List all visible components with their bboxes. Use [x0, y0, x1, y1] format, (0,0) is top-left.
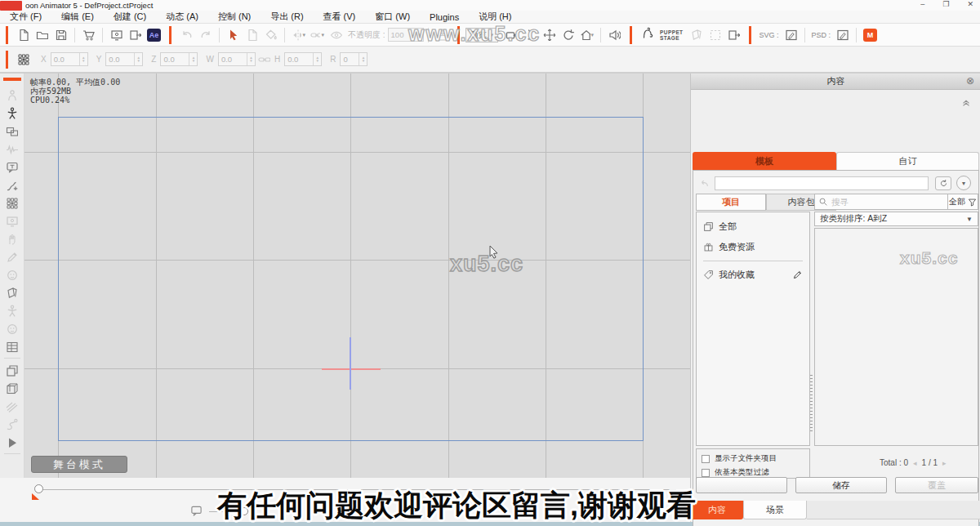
- menu-view[interactable]: 查看 (V): [314, 11, 366, 23]
- preview-render-icon[interactable]: [109, 28, 123, 42]
- filter-all-button[interactable]: 全部: [948, 194, 978, 210]
- scrubber-handle[interactable]: [34, 484, 43, 493]
- motion-live-badge[interactable]: M: [863, 29, 877, 42]
- menu-create[interactable]: 创建 (C): [104, 11, 156, 23]
- obscured-button[interactable]: [696, 477, 787, 493]
- x-field[interactable]: 0.0▲▼: [51, 52, 88, 66]
- menu-export[interactable]: 导出 (R): [261, 11, 313, 23]
- grid-3d-icon[interactable]: [4, 379, 20, 397]
- scene-panel-icon[interactable]: [4, 194, 20, 212]
- bottom-tab-scene[interactable]: 场景: [743, 501, 807, 519]
- prev-page-icon[interactable]: ◂: [913, 459, 917, 467]
- category-favorites[interactable]: 我的收藏: [697, 265, 809, 285]
- panel-header[interactable]: 内容 ⊗: [691, 74, 980, 90]
- ghost-pages-icon[interactable]: [689, 28, 703, 42]
- refresh-button[interactable]: [935, 176, 951, 190]
- puppet-stage-button[interactable]: PUPPETSTAGE: [641, 27, 683, 42]
- minimize-button[interactable]: –: [920, 0, 924, 8]
- spring-actor-icon[interactable]: [4, 301, 20, 319]
- checkbox-square[interactable]: [702, 469, 710, 477]
- export-icon[interactable]: [128, 28, 142, 42]
- checkbox-square[interactable]: [702, 455, 710, 463]
- after-effects-badge[interactable]: Ae: [147, 29, 161, 42]
- menu-animation[interactable]: 动态 (A): [156, 11, 208, 23]
- panel-splitter[interactable]: [810, 375, 813, 432]
- layers-icon[interactable]: [4, 361, 20, 379]
- comment-bubble-icon[interactable]: [190, 505, 203, 517]
- svg-edit-icon[interactable]: [784, 28, 798, 42]
- speaker-icon[interactable]: [608, 28, 621, 42]
- bottom-tab-content[interactable]: 内容: [691, 501, 743, 519]
- content-list-area[interactable]: xu5.cc: [814, 228, 978, 446]
- search-box[interactable]: [814, 194, 948, 210]
- hatch-icon[interactable]: [4, 397, 20, 415]
- show-subfolder-checkbox[interactable]: 显示子文件夹项目: [697, 452, 809, 466]
- prop-frames-icon[interactable]: [4, 122, 20, 140]
- play-cursor-icon[interactable]: [4, 433, 20, 451]
- face-key-icon[interactable]: [4, 319, 20, 337]
- marquee-select-icon[interactable]: [708, 28, 722, 42]
- close-button[interactable]: ✕: [967, 0, 973, 8]
- subtab-project[interactable]: 项目: [696, 194, 766, 211]
- expand-dropdown-button[interactable]: ▾: [956, 176, 971, 190]
- z-field[interactable]: 0.0▲▼: [160, 52, 198, 66]
- face-puppet-icon[interactable]: [4, 265, 20, 283]
- motion-path-icon[interactable]: [4, 176, 20, 194]
- pointer-gesture-icon[interactable]: [4, 247, 20, 265]
- r-field[interactable]: 0▲▼: [340, 52, 368, 66]
- grid-table-icon[interactable]: [4, 337, 20, 355]
- w-field[interactable]: 0.0▲▼: [218, 52, 256, 66]
- content-store-icon[interactable]: [82, 28, 96, 42]
- pages-icon[interactable]: [4, 283, 20, 301]
- undo-icon[interactable]: [180, 28, 194, 42]
- page-icon[interactable]: [245, 28, 259, 42]
- grid-snap-icon[interactable]: [16, 52, 30, 66]
- pan-move-icon[interactable]: [542, 28, 556, 42]
- paint-bucket-icon[interactable]: [264, 28, 278, 42]
- menu-plugins[interactable]: Plugins: [420, 12, 469, 22]
- maximize-button[interactable]: ❐: [942, 0, 949, 8]
- frame-export-icon[interactable]: [727, 28, 741, 42]
- path-input[interactable]: [715, 176, 929, 190]
- menu-window[interactable]: 窗口 (W): [365, 11, 420, 23]
- sort-dropdown[interactable]: 按类别排序: A到Z▼: [814, 212, 978, 226]
- tab-custom[interactable]: 自订: [836, 152, 979, 170]
- redo-icon[interactable]: [198, 28, 212, 42]
- save-project-icon[interactable]: [54, 28, 68, 42]
- rotate-view-icon[interactable]: [561, 28, 575, 42]
- flip-icon[interactable]: ▾: [292, 28, 305, 42]
- new-project-icon[interactable]: [16, 28, 30, 42]
- h-field[interactable]: 0.0▲▼: [284, 52, 322, 66]
- search-input[interactable]: [831, 197, 925, 207]
- visibility-icon[interactable]: [329, 28, 343, 42]
- category-all[interactable]: 全部: [697, 216, 809, 237]
- open-project-icon[interactable]: [35, 28, 49, 42]
- stage-canvas[interactable]: 帧率0.00, 平均值0.00 内存592MB CPU0.24% xu5.cc …: [24, 74, 690, 478]
- category-free-resources[interactable]: 免费资源: [697, 237, 809, 257]
- edit-pencil-icon[interactable]: [792, 270, 803, 280]
- y-field[interactable]: 0.0▲▼: [105, 52, 143, 66]
- audio-wave-icon[interactable]: [4, 140, 20, 158]
- menu-help[interactable]: 说明 (H): [469, 11, 521, 23]
- back-arrow-icon[interactable]: [698, 178, 710, 189]
- save-button[interactable]: 储存: [795, 477, 887, 493]
- menu-file[interactable]: 文件 (F): [0, 11, 51, 23]
- text-bubble-icon[interactable]: [4, 158, 20, 176]
- overwrite-button[interactable]: 覆盖: [895, 477, 978, 493]
- link-icon[interactable]: ▾: [310, 28, 324, 42]
- select-cursor-icon[interactable]: [226, 28, 240, 42]
- collapse-chevrons-icon[interactable]: [960, 96, 972, 108]
- actor-icon[interactable]: [4, 104, 20, 122]
- panel-close-icon[interactable]: ⊗: [966, 75, 974, 87]
- menu-edit[interactable]: 编辑 (E): [51, 11, 104, 23]
- spring-icon[interactable]: [4, 415, 20, 433]
- home-view-icon[interactable]: ▾: [580, 28, 594, 42]
- menu-control[interactable]: 控制 (N): [208, 11, 261, 23]
- actor-template-icon[interactable]: [4, 86, 20, 104]
- tab-template[interactable]: 模板: [693, 152, 836, 170]
- hand-gesture-icon[interactable]: [4, 230, 20, 247]
- monitor-icon[interactable]: [4, 212, 20, 230]
- next-page-icon[interactable]: ▸: [942, 459, 947, 467]
- psd-edit-icon[interactable]: [835, 28, 849, 42]
- link-wh-icon[interactable]: [257, 52, 271, 66]
